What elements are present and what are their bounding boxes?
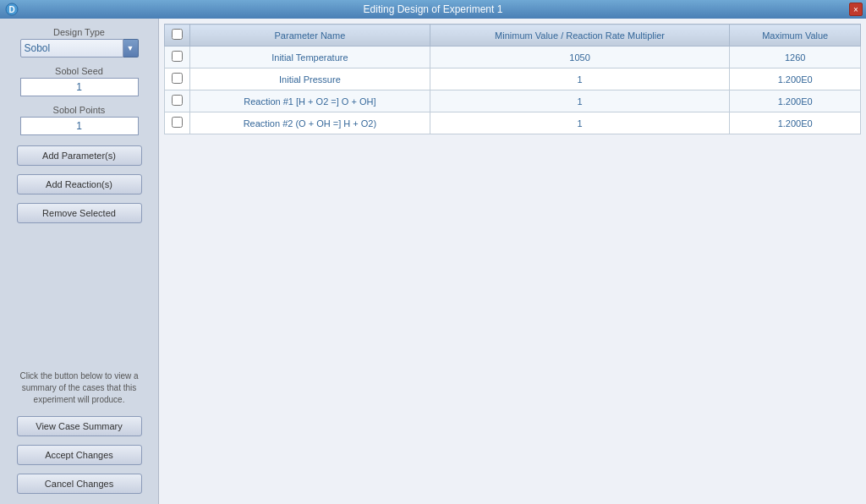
app-icon: D [5, 3, 19, 16]
table-header: Parameter Name Minimum Value / Reaction … [165, 25, 861, 47]
row-checkbox[interactable] [172, 95, 183, 106]
table-row: Reaction #2 (O + OH =] H + O2)11.200E0 [165, 112, 861, 134]
table-row: Initial Pressure11.200E0 [165, 68, 861, 90]
table-body: Initial Temperature10501260Initial Press… [165, 47, 861, 134]
row-checkbox[interactable] [172, 117, 183, 128]
main-content: Design Type Sobol ▼ Sobol Seed Sobol Poi… [0, 19, 866, 504]
sobol-points-section: Sobol Points [12, 105, 146, 135]
sobol-points-input[interactable] [20, 117, 139, 135]
table-row: Reaction #1 [H + O2 =] O + OH]11.200E0 [165, 90, 861, 112]
add-parameters-button[interactable]: Add Parameter(s) [17, 145, 142, 166]
window-title: Editing Design of Experiment 1 [364, 3, 503, 15]
col-parameter-name: Parameter Name [190, 25, 430, 47]
row-checkbox[interactable] [172, 73, 183, 84]
col-min-value: Minimum Value / Reaction Rate Multiplier [430, 25, 730, 47]
bottom-note: Click the button below to view a summary… [12, 370, 146, 406]
design-type-wrapper: Sobol ▼ [20, 39, 139, 58]
cancel-changes-button[interactable]: Cancel Changes [17, 474, 142, 494]
select-arrow-icon[interactable]: ▼ [123, 39, 139, 58]
sobol-points-label: Sobol Points [53, 105, 106, 115]
sobol-seed-section: Sobol Seed [12, 66, 146, 96]
title-bar: D Editing Design of Experiment 1 × [0, 0, 866, 19]
cell-max-value: 1.200E0 [730, 90, 861, 112]
design-type-select[interactable]: Sobol [20, 39, 123, 58]
design-type-label: Design Type [53, 27, 105, 37]
cell-max-value: 1.200E0 [730, 68, 861, 90]
left-panel: Design Type Sobol ▼ Sobol Seed Sobol Poi… [0, 19, 159, 504]
col-max-value: Maximum Value [730, 25, 861, 47]
parameters-table: Parameter Name Minimum Value / Reaction … [164, 24, 861, 134]
spacer [12, 230, 146, 365]
cell-min-value: 1 [430, 112, 730, 134]
header-checkbox-col [165, 25, 190, 47]
cell-min-value: 1 [430, 90, 730, 112]
add-reactions-button[interactable]: Add Reaction(s) [17, 174, 142, 194]
sobol-seed-label: Sobol Seed [55, 66, 103, 76]
remove-selected-button[interactable]: Remove Selected [17, 203, 142, 223]
cell-max-value: 1.200E0 [730, 112, 861, 134]
svg-text:D: D [8, 5, 14, 14]
cell-min-value: 1 [430, 68, 730, 90]
cell-parameter-name: Reaction #1 [H + O2 =] O + OH] [190, 90, 430, 112]
row-checkbox[interactable] [172, 51, 183, 62]
cell-parameter-name: Reaction #2 (O + OH =] H + O2) [190, 112, 430, 134]
cell-max-value: 1260 [730, 47, 861, 68]
sobol-seed-input[interactable] [20, 78, 139, 96]
table-row: Initial Temperature10501260 [165, 47, 861, 68]
cell-parameter-name: Initial Temperature [190, 47, 430, 68]
view-case-summary-button[interactable]: View Case Summary [17, 416, 142, 436]
cell-min-value: 1050 [430, 47, 730, 68]
cell-parameter-name: Initial Pressure [190, 68, 430, 90]
right-panel: Parameter Name Minimum Value / Reaction … [159, 19, 866, 504]
select-all-checkbox[interactable] [172, 29, 183, 40]
accept-changes-button[interactable]: Accept Changes [17, 445, 142, 465]
table-container: Parameter Name Minimum Value / Reaction … [164, 24, 861, 499]
close-button[interactable]: × [849, 3, 863, 16]
design-type-section: Design Type Sobol ▼ [12, 27, 146, 58]
